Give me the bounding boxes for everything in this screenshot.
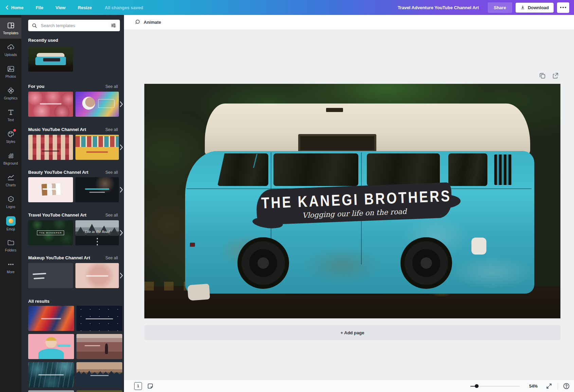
zoom-percent: 54% — [529, 384, 538, 389]
templates-icon — [7, 21, 15, 30]
download-button[interactable]: Download — [516, 3, 554, 13]
emoji-icon — [6, 216, 16, 226]
thumbnail-gradient-portrait[interactable] — [75, 92, 119, 117]
section-title-travel: Travel YouTube Channel Art — [28, 212, 86, 218]
roof-window — [298, 134, 376, 152]
section-title-all-results: All results — [28, 299, 50, 304]
thumbnail-roses[interactable] — [28, 92, 73, 117]
thumbnail-beauty-collage[interactable] — [28, 177, 73, 202]
section-title-for-you: For you — [28, 84, 44, 89]
search-input[interactable] — [40, 23, 110, 29]
section-chevron-right-icon[interactable] — [119, 229, 123, 236]
bus-body — [185, 151, 534, 294]
topbar-right: Travel Adventure YouTube Channel Art Sha… — [398, 2, 574, 13]
page-number-icon[interactable]: 1 — [134, 382, 142, 390]
section-chevron-right-icon[interactable] — [119, 186, 123, 193]
filter-sliders-icon[interactable] — [110, 22, 116, 29]
thumbnail-result-marble[interactable] — [28, 306, 74, 331]
see-all-for-you[interactable]: See all — [105, 84, 118, 89]
see-all-music[interactable]: See all — [105, 127, 118, 132]
templates-panel: Recently used For you See all Music YouT… — [21, 15, 124, 392]
animate-label: Animate — [144, 20, 161, 25]
animate-button[interactable]: Animate — [134, 19, 161, 25]
expand-icon[interactable] — [546, 383, 552, 389]
thumbnail-result-partial[interactable] — [76, 390, 122, 392]
thumbnail-result-ocean[interactable] — [28, 362, 74, 387]
download-label: Download — [528, 5, 549, 10]
upload-cloud-icon — [7, 43, 15, 51]
document-title[interactable]: Travel Adventure YouTube Channel Art — [398, 5, 479, 10]
download-icon — [520, 5, 525, 10]
thumbnail-text: Life in the Road — [85, 230, 110, 234]
sidebar-item-logos[interactable]: co Logos — [0, 191, 21, 212]
thumbnail-result-forest-silhouette[interactable] — [76, 362, 122, 387]
sidebar-item-folders[interactable]: Folders — [0, 235, 21, 256]
logos-hexagon-icon: co — [7, 195, 15, 203]
duplicate-icon[interactable] — [539, 72, 546, 79]
section-chevron-right-icon[interactable] — [119, 101, 123, 108]
folder-icon — [7, 239, 15, 247]
top-bar: Home File View Resize All changes saved … — [0, 0, 574, 15]
line-chart-icon — [7, 173, 15, 182]
section-title-beauty: Beauty YouTube Channel Art — [28, 170, 88, 175]
notes-icon[interactable] — [147, 382, 154, 390]
sidebar-item-text[interactable]: Text — [0, 105, 21, 126]
thumbnail-music-yellow-cassettes[interactable] — [75, 135, 119, 160]
thumbnail-music-red-cassettes[interactable] — [28, 135, 73, 160]
thumbnail-text: THE WANDERER — [37, 230, 64, 235]
background-stripes-icon — [7, 152, 15, 160]
zoom-slider[interactable] — [470, 384, 520, 389]
sidebar-item-styles[interactable]: Styles — [0, 126, 21, 147]
sidebar-item-graphics[interactable]: Graphics — [0, 83, 21, 104]
add-page-button[interactable]: + Add page — [144, 325, 560, 340]
see-all-travel[interactable]: See all — [105, 213, 118, 218]
sidebar-item-uploads[interactable]: Uploads — [0, 39, 21, 60]
section-chevron-right-icon[interactable] — [119, 272, 123, 279]
sidebar-item-templates[interactable]: Templates — [0, 18, 21, 39]
sidebar-item-photos[interactable]: Photos — [0, 61, 21, 82]
see-all-beauty[interactable]: See all — [105, 170, 118, 175]
help-icon[interactable] — [563, 382, 570, 390]
thumbnail-result-partial[interactable] — [28, 390, 74, 392]
section-title-makeup: Makeup YouTube Channel Art — [28, 255, 90, 260]
thumbnail-recently-used-bus[interactable] — [28, 46, 73, 72]
menu-file[interactable]: File — [36, 5, 43, 10]
see-all-makeup[interactable]: See all — [105, 256, 118, 260]
sidebar-rail: Templates Uploads Photos Graphics Text S… — [0, 15, 21, 392]
thumbnail-beauty-portrait[interactable] — [75, 177, 119, 202]
thumbnail-result-field[interactable] — [76, 334, 122, 359]
thumbnail-result-night-sky[interactable] — [76, 306, 122, 331]
thumbnail-result-pink-portrait[interactable] — [28, 334, 74, 359]
notification-badge — [13, 129, 16, 132]
sidebar-item-more[interactable]: More — [0, 257, 21, 278]
section-chevron-right-icon[interactable] — [119, 144, 123, 151]
brush-stroke-banner[interactable]: THE KANEGI BROTHERS Vlogging our life on… — [256, 182, 452, 225]
search-bar — [28, 20, 120, 31]
front-wheel — [241, 241, 285, 285]
home-button[interactable]: Home — [5, 5, 23, 10]
share-export-icon[interactable] — [552, 72, 559, 79]
magnifier-icon — [32, 23, 37, 29]
sidebar-item-emoji[interactable]: Emoji — [0, 213, 21, 234]
thumbnail-travel-wanderer[interactable]: THE WANDERER — [28, 220, 73, 245]
menu-view[interactable]: View — [56, 5, 66, 10]
thumbnail-travel-road[interactable]: Life in the Road — [75, 220, 119, 245]
more-dots-icon — [7, 260, 15, 268]
menu-resize[interactable]: Resize — [78, 5, 92, 10]
zoom-slider-knob[interactable] — [475, 384, 479, 388]
shapes-icon — [7, 87, 15, 95]
design-page[interactable]: THE KANEGI BROTHERS Vlogging our life on… — [144, 84, 560, 318]
home-label: Home — [11, 5, 23, 10]
svg-text:co: co — [10, 198, 12, 200]
sidebar-item-charts[interactable]: Charts — [0, 170, 21, 191]
back-chevron-icon — [5, 5, 8, 10]
sidebar-item-background[interactable]: Bkground — [0, 148, 21, 169]
text-icon — [7, 108, 15, 116]
more-options-button[interactable] — [557, 2, 569, 13]
rear-wheel — [405, 241, 448, 285]
page-actions — [539, 72, 559, 79]
thumbnail-makeup-portrait[interactable] — [28, 263, 73, 288]
context-toolbar: Animate — [124, 15, 574, 30]
thumbnail-makeup-lips[interactable] — [75, 263, 119, 288]
share-button[interactable]: Share — [488, 2, 512, 13]
